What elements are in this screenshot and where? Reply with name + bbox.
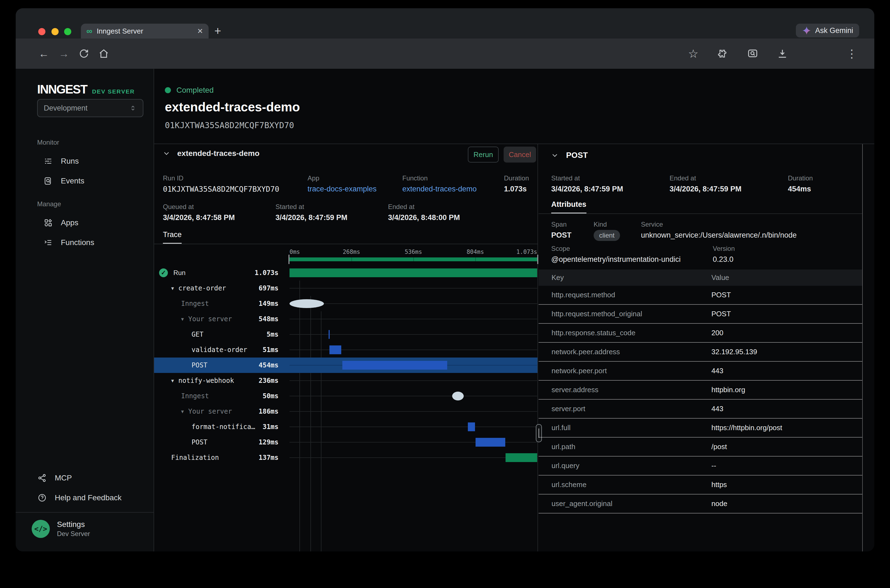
browser-tab[interactable]: ∞ Inngest Server ✕: [81, 24, 209, 39]
forward-icon[interactable]: →: [56, 39, 72, 69]
code-icon: </>: [32, 520, 50, 538]
span-bar[interactable]: [475, 438, 505, 447]
trace-row-notify-webhook[interactable]: ▾notify-webhook236ms: [154, 373, 537, 388]
sidebar-item-events[interactable]: Events: [16, 171, 153, 191]
tab-attributes[interactable]: Attributes: [551, 200, 586, 214]
attribute-value: https://httpbin.org/post: [711, 423, 782, 432]
trace-row-run[interactable]: ✓Run1.073s: [154, 265, 537, 280]
chevron-expand-icon[interactable]: ▾: [171, 285, 174, 291]
detail-field: Serviceunknown_service:/Users/alawrence/…: [641, 220, 851, 241]
detail-label: Service: [641, 220, 851, 228]
span-bar[interactable]: [468, 422, 475, 431]
back-icon[interactable]: ←: [36, 39, 52, 69]
trace-row-create-order[interactable]: ▾create-order697ms: [154, 280, 537, 296]
environment-select[interactable]: Development: [37, 99, 143, 117]
trace-row-inngest[interactable]: Inngest149ms: [154, 296, 537, 311]
chevron-expand-icon[interactable]: ▾: [181, 408, 184, 415]
detail-field: Ended at3/4/2026, 8:47:59 PM: [670, 174, 788, 194]
search-this-page-icon[interactable]: [744, 39, 761, 69]
home-icon[interactable]: [96, 39, 112, 69]
chevron-expand-icon[interactable]: ▾: [181, 316, 184, 322]
check-circle-icon: ✓: [159, 268, 168, 277]
attribute-value: 200: [711, 328, 723, 337]
kind-pill: client: [594, 230, 620, 241]
detail-value: 3/4/2026, 8:47:59 PM: [670, 185, 788, 194]
inngest-favicon-icon: ∞: [86, 26, 92, 36]
environment-selected: Development: [44, 104, 87, 112]
new-tab-button[interactable]: +: [214, 25, 221, 38]
rerun-button[interactable]: Rerun: [468, 147, 499, 162]
span-bar[interactable]: [329, 330, 330, 339]
trace-row-inngest[interactable]: Inngest50ms: [154, 388, 537, 404]
trace-row-your-server[interactable]: ▾Your server186ms: [154, 404, 537, 419]
kebab-menu-icon[interactable]: ⋮: [843, 39, 860, 69]
ask-gemini-button[interactable]: Ask Gemini: [796, 24, 859, 38]
settings-sublabel: Dev Server: [57, 530, 90, 538]
attribute-value: --: [711, 462, 716, 470]
attributes-table: Key Value http.request.methodPOSThttp.re…: [538, 270, 862, 513]
trace-row-post[interactable]: POST129ms: [154, 435, 537, 450]
sidebar-section-label: Monitor: [37, 139, 153, 146]
meta-field: Run ID01KJXTWA35SA8D2MCQF7BXYD70: [163, 174, 308, 194]
trace-row-track: [290, 435, 537, 450]
span-bar[interactable]: [452, 392, 464, 400]
downloads-icon[interactable]: [774, 39, 791, 69]
trace-row-validate-order[interactable]: validate-order51ms: [154, 342, 537, 357]
window-close-button[interactable]: [38, 28, 45, 35]
span-bar[interactable]: [342, 361, 447, 370]
attribute-row: url.path/post: [538, 438, 862, 456]
chevron-expand-icon[interactable]: ▾: [171, 377, 174, 384]
sidebar-item-apps[interactable]: Apps: [16, 213, 153, 232]
minimap-handle-left[interactable]: [289, 255, 290, 264]
browser-toolbar: ← → localhost:8288/run?runID=01KJXTWA35S…: [16, 39, 874, 69]
sidebar-item-functions[interactable]: Functions: [16, 232, 153, 252]
trace-row-name: Run: [173, 269, 185, 277]
trace-row-name: Inngest: [181, 300, 209, 308]
sidebar-item-help[interactable]: Help and Feedback: [16, 488, 153, 508]
meta-value[interactable]: trace-docs-examples: [308, 185, 402, 194]
sidebar-item-runs[interactable]: Runs: [16, 151, 153, 171]
trace-row-your-server[interactable]: ▾Your server548ms: [154, 311, 537, 327]
span-bar[interactable]: [290, 268, 537, 277]
cancel-button[interactable]: Cancel: [504, 147, 536, 162]
trace-row-label-area: ▾Your server548ms: [154, 315, 278, 323]
tab-close-icon[interactable]: ✕: [197, 27, 203, 36]
sidebar-item-mcp[interactable]: MCP: [16, 468, 153, 488]
trace-row-duration: 5ms: [267, 331, 278, 338]
span-bar[interactable]: [329, 345, 341, 354]
attribute-key: server.address: [552, 386, 711, 394]
trace-row-track: [290, 419, 537, 435]
trace-panel-header[interactable]: extended-traces-demo: [163, 149, 260, 158]
trace-row-label-area: ✓Run1.073s: [154, 268, 278, 277]
attribute-key: server.port: [552, 405, 711, 413]
attribute-value: /post: [711, 442, 727, 451]
trace-row-format-notifica-[interactable]: format-notifica…31ms: [154, 419, 537, 435]
settings-label: Settings: [57, 520, 90, 529]
timeline-minimap[interactable]: [290, 257, 537, 261]
bookmark-star-icon[interactable]: ☆: [685, 39, 702, 69]
detail-value: @opentelemetry/instrumentation-undici: [551, 255, 713, 264]
sidebar-item-settings[interactable]: </> Settings Dev Server: [32, 520, 90, 538]
window-zoom-button[interactable]: [64, 28, 71, 35]
span-bar[interactable]: [505, 453, 537, 462]
extensions-icon[interactable]: [713, 39, 729, 69]
trace-row-label-area: ▾Your server186ms: [154, 408, 278, 415]
key-header: Key: [552, 273, 711, 282]
trace-row-name: Inngest: [181, 392, 209, 400]
detail-field: SpanPOST: [551, 220, 594, 241]
meta-value[interactable]: extended-traces-demo: [402, 185, 504, 194]
trace-row-post[interactable]: POST454ms: [154, 357, 537, 373]
span-details-header[interactable]: POST: [551, 151, 588, 160]
detail-label: Duration: [788, 174, 851, 182]
trace-row-finalization[interactable]: Finalization137ms: [154, 450, 537, 465]
meta-field: Duration1.073s: [504, 174, 529, 194]
span-bar[interactable]: [290, 299, 324, 308]
trace-row-duration: 186ms: [259, 408, 278, 415]
minimap-handle-right[interactable]: [537, 255, 538, 264]
window-minimize-button[interactable]: [51, 28, 59, 35]
reload-icon[interactable]: [76, 39, 92, 69]
detail-label: Span: [551, 220, 594, 228]
trace-row-get[interactable]: GET5ms: [154, 327, 537, 342]
tab-trace[interactable]: Trace: [163, 231, 182, 244]
attribute-row: network.peer.address32.192.95.139: [538, 343, 862, 362]
